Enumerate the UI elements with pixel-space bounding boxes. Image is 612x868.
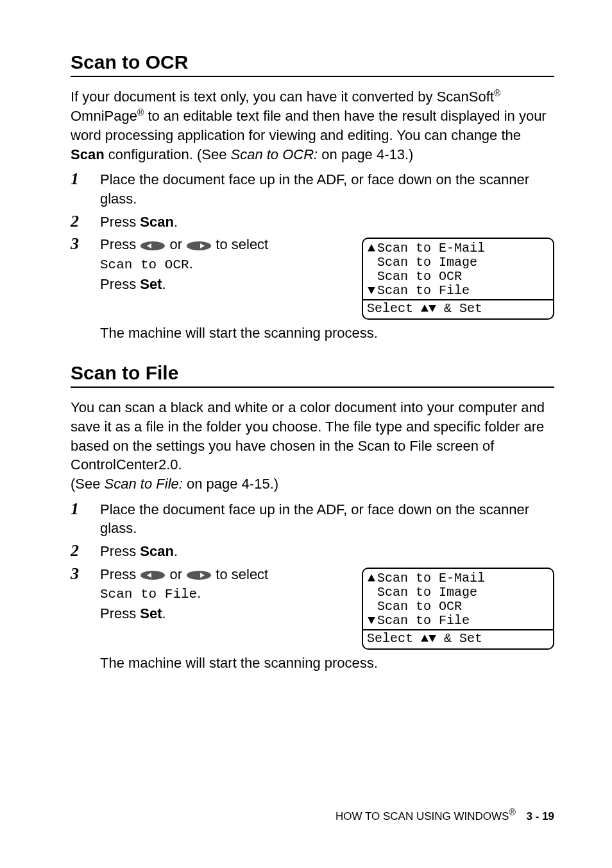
step-number-2-file: 2 [71, 542, 100, 561]
up-arrow-icon: ▲ [367, 241, 376, 256]
lcd-line-3-text: Scan to OCR [377, 270, 462, 284]
scan-bold: Scan [71, 146, 105, 162]
see-ref-file: Scan to File: [105, 476, 183, 492]
step3-text-c: . [189, 256, 193, 272]
left-arrow-key-icon [140, 241, 166, 251]
step-body-1-file: Place the document face up in the ADF, o… [100, 500, 554, 538]
step3-or: or [169, 236, 186, 252]
lcd-display-file: ▲Scan to E-Mail Scan to Image Scan to OC… [362, 568, 554, 650]
step3-file-after: The machine will start the scanning proc… [100, 654, 554, 673]
lcd-status-file-a: Select [367, 631, 421, 646]
lcd-status-b: & Set [436, 301, 482, 316]
right-arrow-key-icon [186, 241, 212, 251]
lcd-line-4-file-text: Scan to File [377, 614, 470, 628]
step3-target-mono: Scan to OCR [100, 257, 189, 272]
step-number-1: 1 [71, 170, 100, 208]
lcd-line-4-file: ▼Scan to File [367, 614, 549, 628]
steps-ocr: 1 Place the document face up in the ADF,… [71, 170, 554, 343]
lcd-blank-arrow [367, 600, 376, 614]
intro-text-part2: OmniPage [71, 108, 137, 124]
step-body-3-file: Press or to select Scan to File. [100, 565, 349, 623]
lcd-blank-arrow [367, 270, 376, 284]
intro-scan-to-ocr: If your document is text only, you can h… [71, 87, 554, 164]
lcd-blank-arrow [367, 586, 376, 600]
down-arrow-icon: ▼ [367, 284, 376, 298]
heading-scan-to-ocr: Scan to OCR [71, 51, 554, 77]
step3-file-text-a: Press [100, 566, 140, 582]
step2-file-scan-bold: Scan [140, 543, 174, 559]
step2-file-text-a: Press [100, 543, 140, 559]
lcd-status-file-b: & Set [436, 631, 482, 646]
step3-file-text-c: . [197, 585, 201, 601]
step3-text-a: Press [100, 236, 140, 252]
lcd-menu: ▲Scan to E-Mail Scan to Image Scan to OC… [363, 239, 553, 299]
lcd-line-2-file: Scan to Image [367, 586, 549, 600]
page-number: 3 - 19 [527, 810, 554, 822]
lcd-menu-file: ▲Scan to E-Mail Scan to Image Scan to OC… [363, 569, 553, 629]
lcd-line-4-text: Scan to File [377, 284, 470, 298]
intro-file-see-b: on page 4-15.) [183, 476, 278, 492]
step3-file-text-b: to select [216, 566, 268, 582]
intro-file-text: You can scan a black and white or a colo… [71, 399, 545, 473]
down-arrow-icon: ▼ [429, 301, 436, 316]
svg-point-2 [187, 241, 211, 250]
step-body-1: Place the document face up in the ADF, o… [100, 170, 554, 208]
svg-point-4 [140, 571, 165, 580]
step2-scan-bold: Scan [140, 214, 174, 230]
footer-text: HOW TO SCAN USING WINDOWS [336, 810, 509, 822]
step3-text-b: to select [216, 236, 268, 252]
step-body-2-file: Press Scan. [100, 542, 554, 561]
lcd-blank-arrow [367, 256, 376, 270]
step2-text-b: . [174, 214, 178, 230]
down-arrow-icon: ▼ [367, 614, 376, 628]
step2-text-a: Press [100, 214, 140, 230]
lcd-line-1-file-text: Scan to E-Mail [377, 571, 485, 586]
steps-file: 1 Place the document face up in the ADF,… [71, 500, 554, 673]
lcd-line-3: Scan to OCR [367, 270, 549, 284]
lcd-status-line-file: Select ▲▼ & Set [363, 629, 553, 648]
lcd-line-1: ▲Scan to E-Mail [367, 241, 549, 256]
intro-text-part5: on page 4-13.) [318, 146, 413, 162]
step-number-1-file: 1 [71, 500, 100, 538]
step3-file-set-bold: Set [140, 605, 162, 621]
intro-file-see-a: (See [71, 476, 105, 492]
intro-text-part4: configuration. (See [105, 146, 231, 162]
see-ref-ocr: Scan to OCR: [231, 146, 318, 162]
registered-symbol: ® [137, 107, 144, 117]
down-arrow-icon: ▼ [429, 631, 436, 646]
lcd-line-1-file: ▲Scan to E-Mail [367, 571, 549, 586]
step3-file-text-d: . [162, 605, 166, 621]
lcd-status-line: Select ▲▼ & Set [363, 299, 553, 318]
step3-after: The machine will start the scanning proc… [100, 324, 554, 343]
lcd-line-3-file: Scan to OCR [367, 600, 549, 614]
right-arrow-key-icon [186, 570, 212, 580]
lcd-status-a: Select [367, 301, 421, 316]
lcd-line-3-file-text: Scan to OCR [377, 600, 462, 614]
lcd-line-1-text: Scan to E-Mail [377, 241, 485, 256]
lcd-display-ocr: ▲Scan to E-Mail Scan to Image Scan to OC… [362, 238, 554, 320]
left-arrow-key-icon [140, 570, 166, 580]
lcd-line-2: Scan to Image [367, 256, 549, 270]
svg-point-0 [140, 241, 165, 250]
up-arrow-icon: ▲ [421, 301, 429, 316]
up-arrow-icon: ▲ [421, 631, 429, 646]
step-number-2: 2 [71, 213, 100, 232]
step3-row: Press or to select Scan to OCR. [100, 235, 554, 320]
svg-point-6 [187, 571, 211, 580]
step3-file-or: or [169, 566, 186, 582]
intro-text-part1: If your document is text only, you can h… [71, 89, 494, 105]
heading-scan-to-file: Scan to File [71, 362, 554, 388]
step-number-3: 3 [71, 235, 100, 320]
step3-file-press: Press [100, 605, 140, 621]
page-footer: HOW TO SCAN USING WINDOWS® 3 - 19 [336, 807, 554, 823]
lcd-line-4: ▼Scan to File [367, 284, 549, 298]
lcd-line-2-text: Scan to Image [377, 256, 477, 270]
registered-symbol: ® [509, 807, 515, 817]
lcd-line-2-file-text: Scan to Image [377, 586, 477, 600]
step3-set-bold: Set [140, 276, 162, 292]
registered-symbol: ® [494, 88, 500, 98]
step3-file-target-mono: Scan to File [100, 587, 197, 602]
step2-file-text-b: . [174, 543, 178, 559]
step3-text-d: . [162, 276, 166, 292]
up-arrow-icon: ▲ [367, 571, 376, 586]
